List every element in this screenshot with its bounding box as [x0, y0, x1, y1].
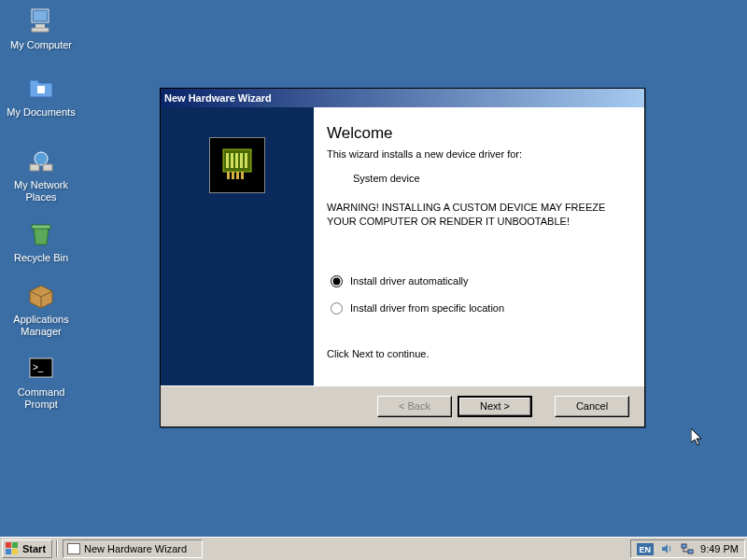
- svg-rect-21: [6, 542, 11, 548]
- wizard-window: New Hardware Wizard Welcome This wizard …: [160, 88, 645, 427]
- svg-rect-7: [43, 164, 52, 171]
- desktop-icon-command-prompt[interactable]: >_ Command Prompt: [6, 353, 77, 411]
- taskbar-item-wizard[interactable]: New Hardware Wizard: [63, 539, 203, 558]
- hardware-chip-icon: [209, 137, 265, 193]
- svg-rect-8: [32, 225, 50, 229]
- wizard-main: Welcome This wizard installs a new devic…: [314, 107, 644, 385]
- warning-text: WARNING! INSTALLING A CUSTOM DEVICE MAY …: [327, 201, 624, 229]
- desktop-icon-label: My Network Places: [6, 179, 77, 203]
- desktop-icon-applications-manager[interactable]: Applications Manager: [6, 280, 77, 338]
- taskbar-divider: [56, 540, 58, 557]
- wizard-heading: Welcome: [327, 124, 624, 143]
- desktop-icon-label: My Documents: [7, 106, 75, 119]
- svg-rect-4: [37, 86, 45, 93]
- folder-icon: [26, 73, 56, 103]
- continue-hint: Click Next to continue.: [327, 348, 624, 359]
- svg-rect-22: [12, 542, 18, 548]
- taskbar: Start New Hardware Wizard EN 9:49 PM: [0, 537, 747, 560]
- network-tray-icon[interactable]: [680, 542, 695, 555]
- option-auto-label: Install driver automatically: [350, 275, 469, 287]
- svg-rect-1: [34, 11, 47, 21]
- svg-point-5: [35, 152, 48, 165]
- svg-rect-25: [682, 544, 686, 548]
- wizard-sidebar: [161, 107, 314, 385]
- cancel-button[interactable]: Cancel: [555, 396, 629, 417]
- button-bar: < Back Next > Cancel: [161, 385, 644, 427]
- start-flag-icon: [5, 541, 20, 556]
- svg-rect-16: [245, 153, 247, 168]
- radio-location[interactable]: [331, 302, 343, 315]
- desktop-icon-label: Applications Manager: [6, 314, 77, 338]
- terminal-icon: >_: [26, 353, 56, 383]
- svg-rect-24: [12, 549, 18, 554]
- desktop-icon-my-computer[interactable]: My Computer: [6, 6, 77, 51]
- option-location[interactable]: Install driver from specific location: [331, 302, 624, 315]
- wizard-subtext: This wizard installs a new device driver…: [327, 148, 624, 160]
- clock[interactable]: 9:49 PM: [700, 543, 739, 554]
- svg-rect-14: [235, 153, 238, 168]
- network-icon: [26, 146, 56, 175]
- back-button: < Back: [377, 396, 452, 417]
- titlebar[interactable]: New Hardware Wizard: [161, 89, 644, 107]
- window-mini-icon: [67, 543, 80, 554]
- start-button[interactable]: Start: [2, 539, 52, 558]
- svg-rect-15: [240, 153, 243, 168]
- svg-text:>_: >_: [33, 362, 44, 372]
- computer-icon: [26, 6, 56, 35]
- taskbar-item-label: New Hardware Wizard: [84, 543, 187, 554]
- recycle-bin-icon: [26, 218, 56, 248]
- svg-rect-23: [6, 549, 11, 554]
- wizard-body: Welcome This wizard installs a new devic…: [161, 107, 644, 385]
- svg-rect-26: [688, 550, 693, 553]
- start-label: Start: [22, 543, 46, 554]
- svg-rect-2: [35, 24, 45, 28]
- desktop-icon-label: My Computer: [10, 39, 72, 51]
- volume-icon[interactable]: [659, 542, 674, 555]
- desktop-icon-label: Recycle Bin: [14, 252, 68, 264]
- radio-auto[interactable]: [331, 275, 343, 287]
- svg-rect-18: [232, 172, 234, 179]
- device-name: System device: [353, 173, 624, 184]
- system-tray: EN 9:49 PM: [630, 539, 745, 558]
- svg-rect-20: [241, 172, 244, 179]
- language-indicator[interactable]: EN: [637, 543, 655, 555]
- svg-rect-13: [231, 153, 233, 168]
- option-location-label: Install driver from specific location: [350, 302, 504, 314]
- option-auto[interactable]: Install driver automatically: [331, 275, 624, 287]
- svg-rect-17: [227, 172, 230, 179]
- svg-rect-19: [236, 172, 239, 179]
- svg-rect-3: [32, 28, 49, 32]
- desktop-icon-label: Command Prompt: [6, 386, 77, 411]
- next-button[interactable]: Next >: [458, 396, 532, 417]
- window-title: New Hardware Wizard: [164, 92, 272, 104]
- svg-rect-6: [30, 164, 39, 171]
- desktop-icon-recycle-bin[interactable]: Recycle Bin: [6, 218, 77, 264]
- desktop-icon-network-places[interactable]: My Network Places: [6, 146, 77, 203]
- desktop-icon-my-documents[interactable]: My Documents: [6, 73, 77, 119]
- package-icon: [26, 280, 56, 310]
- svg-rect-12: [226, 153, 229, 168]
